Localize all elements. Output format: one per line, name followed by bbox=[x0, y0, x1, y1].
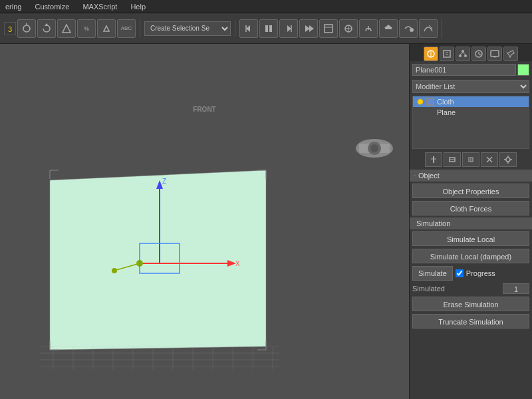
svg-point-68 bbox=[462, 50, 464, 53]
svg-marker-3 bbox=[63, 25, 70, 33]
panel-tab-motion[interactable] bbox=[471, 47, 486, 61]
simulate-progress-row: Simulate Progress bbox=[410, 265, 532, 282]
modifier-label-cloth: Cloth bbox=[437, 98, 454, 106]
svg-marker-2 bbox=[45, 23, 49, 26]
toolbar-num-display: 3 bbox=[4, 22, 16, 35]
panel-tool-configure[interactable] bbox=[462, 152, 479, 167]
simulate-local-button[interactable]: Simulate Local bbox=[412, 231, 529, 246]
simulated-value: 1 bbox=[503, 283, 529, 294]
svg-point-69 bbox=[459, 55, 462, 57]
modifier-stack[interactable]: Cloth Plane bbox=[412, 96, 529, 149]
simulate-button[interactable]: Simulate bbox=[412, 266, 453, 281]
object-section-header[interactable]: - Object bbox=[410, 170, 532, 182]
object-color-swatch[interactable] bbox=[517, 64, 529, 76]
panel-tab-modifier[interactable] bbox=[440, 47, 454, 61]
panel-tab-display[interactable] bbox=[487, 47, 502, 61]
panel-tool-settings[interactable] bbox=[499, 152, 517, 167]
menu-help[interactable]: Help bbox=[128, 3, 148, 11]
toolbar-btn-tools6[interactable] bbox=[419, 19, 438, 38]
svg-marker-12 bbox=[309, 25, 314, 32]
main-area: Z X bbox=[0, 44, 532, 399]
modifier-item-plane[interactable]: Plane bbox=[413, 107, 529, 118]
svg-marker-5 bbox=[246, 25, 250, 32]
progress-checkbox[interactable] bbox=[456, 269, 464, 277]
panel-tool-delete[interactable] bbox=[481, 152, 498, 167]
svg-rect-8 bbox=[269, 25, 272, 32]
toolbar-group-nav bbox=[239, 19, 442, 38]
scene-svg: Z X bbox=[0, 44, 409, 399]
truncate-simulation-button[interactable]: Truncate Simulation bbox=[412, 314, 529, 329]
toolbar-btn-abc[interactable]: ABC bbox=[117, 19, 136, 38]
menu-bar: ering Customize MAXScript Help bbox=[0, 0, 532, 13]
toolbar-btn-prev[interactable] bbox=[239, 19, 258, 38]
toolbar-btn-tools2[interactable] bbox=[339, 19, 358, 38]
menu-maxscript[interactable]: MAXScript bbox=[80, 3, 120, 11]
selection-mode-select[interactable]: Create Selection Se bbox=[144, 21, 231, 36]
svg-rect-76 bbox=[491, 51, 499, 57]
toolbar-btn-percent[interactable]: % bbox=[77, 19, 96, 38]
toolbar-group-main: 3 % ABC bbox=[4, 19, 140, 38]
svg-point-0 bbox=[23, 25, 30, 32]
object-section-toggle: - bbox=[414, 172, 416, 179]
toolbar-btn-next[interactable] bbox=[279, 19, 298, 38]
right-panel: Modifier List Cloth Plane bbox=[409, 44, 532, 399]
svg-line-72 bbox=[463, 53, 466, 55]
svg-line-75 bbox=[479, 54, 481, 55]
toolbar-btn-tools4[interactable] bbox=[379, 19, 398, 38]
svg-point-48 bbox=[112, 268, 117, 273]
svg-marker-24 bbox=[50, 170, 266, 350]
modifier-bulb-cloth[interactable] bbox=[417, 98, 424, 105]
toolbar-btn-angle[interactable] bbox=[97, 19, 116, 38]
svg-point-87 bbox=[506, 158, 510, 162]
erase-simulation-button[interactable]: Erase Simulation bbox=[412, 297, 529, 311]
panel-tab-hierarchy[interactable] bbox=[456, 47, 470, 61]
toolbar-btn-end[interactable] bbox=[299, 19, 318, 38]
toolbar-btn-scale[interactable] bbox=[57, 19, 76, 38]
svg-rect-19 bbox=[385, 28, 392, 29]
object-section-label: Object bbox=[418, 172, 440, 180]
modifier-icon-cloth bbox=[426, 98, 434, 106]
toolbar-btn-tools1[interactable] bbox=[319, 19, 338, 38]
svg-rect-79 bbox=[428, 99, 433, 104]
toolbar: 3 % ABC Create Selection Se bbox=[0, 13, 532, 44]
panel-tab-object[interactable] bbox=[424, 47, 438, 61]
toolbar-btn-play[interactable] bbox=[259, 19, 278, 38]
panel-tab-utilities[interactable] bbox=[503, 47, 518, 61]
object-properties-button[interactable]: Object Properties bbox=[412, 184, 529, 198]
svg-point-70 bbox=[464, 55, 467, 57]
svg-point-62 bbox=[370, 144, 378, 152]
svg-rect-65 bbox=[444, 51, 450, 57]
menu-ering[interactable]: ering bbox=[3, 3, 24, 11]
toolbar-btn-tools3[interactable] bbox=[359, 19, 378, 38]
panel-tabs bbox=[410, 44, 532, 61]
object-name-field[interactable] bbox=[412, 64, 516, 76]
modifier-list-dropdown[interactable]: Modifier List bbox=[412, 80, 529, 93]
simulate-local-damped-button[interactable]: Simulate Local (damped) bbox=[412, 249, 529, 263]
toolbar-group-select: Create Selection Se bbox=[144, 21, 235, 36]
toolbar-btn-tools5[interactable] bbox=[399, 19, 418, 38]
panel-tool-pin[interactable] bbox=[425, 152, 442, 167]
svg-marker-20 bbox=[384, 25, 392, 28]
viewport[interactable]: Z X bbox=[0, 44, 409, 399]
panel-tools bbox=[410, 150, 532, 169]
svg-marker-9 bbox=[287, 25, 291, 32]
modifier-list-row: Modifier List bbox=[410, 78, 532, 94]
svg-marker-11 bbox=[305, 25, 310, 32]
svg-point-21 bbox=[410, 28, 414, 32]
cloth-forces-button[interactable]: Cloth Forces bbox=[412, 201, 529, 215]
svg-text:X: X bbox=[235, 260, 240, 267]
simulation-section-label: Simulation bbox=[416, 219, 450, 227]
progress-label: Progress bbox=[466, 269, 495, 277]
svg-rect-13 bbox=[325, 25, 332, 33]
toolbar-btn-rotate[interactable] bbox=[37, 19, 56, 38]
toolbar-btn-transform[interactable] bbox=[17, 19, 36, 38]
object-name-row bbox=[410, 61, 532, 78]
modifier-label-plane: Plane bbox=[437, 108, 456, 116]
simulation-section-header[interactable]: Simulation bbox=[410, 217, 532, 229]
simulated-row: Simulated 1 bbox=[410, 282, 532, 295]
panel-tool-tube[interactable] bbox=[444, 152, 461, 167]
svg-rect-7 bbox=[265, 25, 268, 32]
modifier-item-cloth[interactable]: Cloth bbox=[413, 96, 529, 107]
menu-customize[interactable]: Customize bbox=[32, 3, 72, 11]
svg-line-71 bbox=[460, 53, 463, 55]
